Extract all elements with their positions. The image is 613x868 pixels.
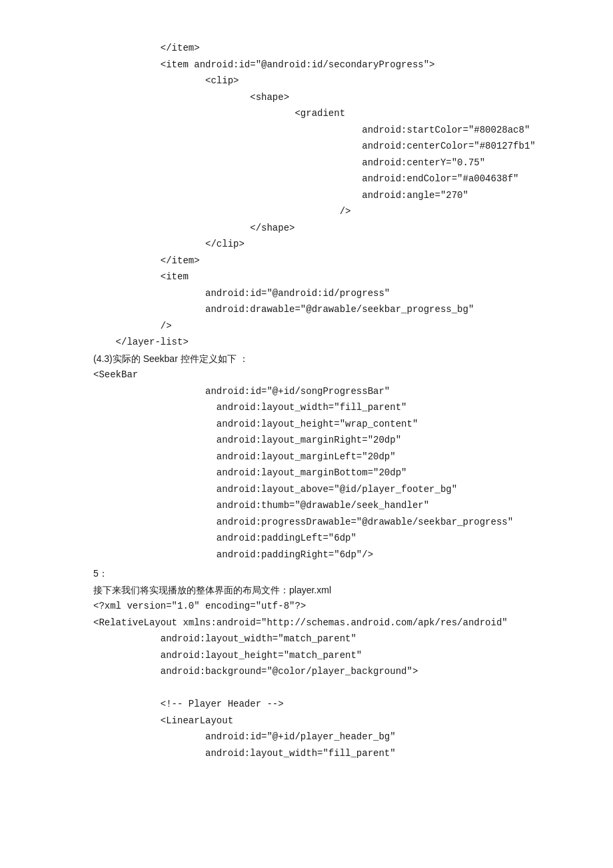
code-line: android:id="@+id/player_header_bg" [93,729,586,745]
code-line: </clip> [93,236,586,253]
code-line: android:id="@+id/songProgressBar" [93,383,586,400]
code-line: android:layout_above="@id/player_footer_… [93,481,586,498]
code-line: android:paddingLeft="6dp" [93,530,586,547]
code-line: android:layout_width="fill_parent" [93,399,586,416]
code-line: android:layout_marginLeft="20dp" [93,449,586,465]
code-line: android:background="@color/player_backgr… [93,663,586,680]
code-line: android:thumb="@drawable/seek_handler" [93,497,586,514]
code-line: /> [93,318,586,335]
code-line: <item android:id="@android:id/secondaryP… [93,57,586,73]
code-line: android:layout_height="match_parent" [93,647,586,664]
code-line: android:progressDrawable="@drawable/seek… [93,514,586,531]
code-line: <LinearLayout [93,713,586,729]
code-line: </layer-list> [93,334,586,351]
code-line: android:layout_width="fill_parent" [93,745,586,762]
code-line: android:paddingRight="6dp"/> [93,547,586,563]
code-line: <shape> [93,89,586,106]
code-line: /> [93,203,586,220]
prose-line: 接下来我们将实现播放的整体界面的布局文件：player.xml [93,582,586,599]
code-line: <?xml version="1.0" encoding="utf-8"?> [93,598,586,615]
code-line: android:centerY="0.75" [93,155,586,171]
code-line: <gradient [93,105,586,122]
code-line: android:angle="270" [93,187,586,204]
empty-line [93,680,586,697]
code-line: android:layout_width="match_parent" [93,631,586,647]
code-line: </shape> [93,220,586,237]
code-line: </item> [93,40,586,57]
code-line: <item [93,269,586,285]
prose-line: (4.3)实际的 Seekbar 控件定义如下 ： [93,351,586,367]
code-line: android:layout_height="wrap_content" [93,416,586,433]
code-line: </item> [93,253,586,269]
code-line: android:layout_marginRight="20dp" [93,432,586,449]
code-line: android:startColor="#80028ac8" [93,122,586,139]
code-document: </item> <item android:id="@android:id/se… [93,40,586,761]
code-line: android:centerColor="#80127fb1" [93,138,586,155]
code-line: android:id="@android:id/progress" [93,285,586,302]
code-line: android:layout_marginBottom="20dp" [93,465,586,481]
code-line: <clip> [93,73,586,89]
code-line: android:drawable="@drawable/seekbar_prog… [93,301,586,318]
section-number: 5： [93,565,586,582]
code-line: <RelativeLayout xmlns:android="http://sc… [93,615,586,631]
code-line: android:endColor="#a004638f" [93,171,586,187]
code-line: <SeekBar [93,367,586,383]
code-line: <!-- Player Header --> [93,696,586,713]
